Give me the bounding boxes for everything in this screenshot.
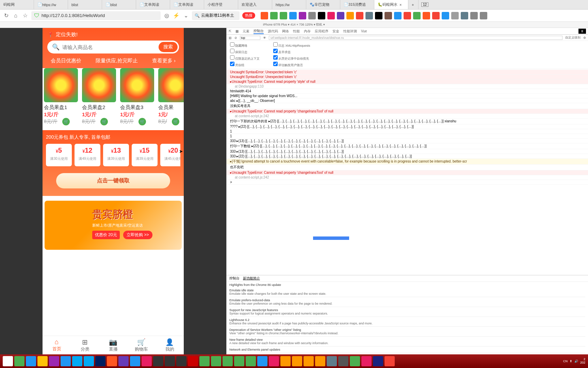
- dt-tab-sources[interactable]: 源代码: [268, 29, 278, 34]
- tab-4[interactable]: 📄 文单阅读: [136, 0, 170, 9]
- taskbar-app[interactable]: [257, 356, 267, 366]
- taskbar-app[interactable]: [373, 356, 383, 366]
- console-setting-check[interactable]: 及早求值: [273, 49, 310, 55]
- tab-3[interactable]: 📄 blist: [102, 0, 136, 9]
- ext-icon[interactable]: [461, 12, 468, 19]
- ext-icon[interactable]: [280, 12, 287, 19]
- ext-icon[interactable]: [261, 12, 268, 19]
- dt-tab-app[interactable]: 应用程序: [315, 29, 328, 34]
- browser-search[interactable]: 🔍云南新增11例本土: [192, 11, 240, 20]
- coupon-card[interactable]: 15 满39元使用: [132, 144, 158, 166]
- tab-home[interactable]: ⌂首页: [43, 336, 71, 354]
- add-cart-icon[interactable]: 🛒: [62, 118, 70, 125]
- console-output[interactable]: Uncaught SyntaxError: Unexpected token '…: [227, 69, 588, 275]
- taskbar-app[interactable]: [165, 356, 175, 366]
- whatsnew-item[interactable]: Support for new JavaScript featuresSynta…: [229, 307, 585, 317]
- ext-icon[interactable]: [318, 12, 325, 19]
- taskbar-app[interactable]: [315, 356, 325, 366]
- taskbar-app[interactable]: [234, 356, 244, 366]
- taskbar-app[interactable]: [26, 356, 36, 366]
- chevron-down-icon[interactable]: ⌄: [182, 12, 189, 19]
- ext-icon[interactable]: [432, 12, 440, 19]
- drawer-tab-console[interactable]: 控制台: [229, 276, 240, 281]
- tray-icon[interactable]: CN: [563, 359, 568, 363]
- product-list[interactable]: 会员果盘1 1元/斤 8元/斤 🛒 会员果盘2 1元/斤 8元/斤 🛒 会员果盘…: [43, 68, 184, 125]
- taskbar-app[interactable]: [338, 356, 348, 366]
- taskbar-app[interactable]: [118, 356, 129, 366]
- dt-tab-console[interactable]: 控制台: [254, 29, 264, 34]
- product-card[interactable]: 会员果盘1 1元/斤 8元/斤 🛒: [44, 68, 78, 125]
- console-log-line[interactable]: 333 ▸(13) [{…}, {…}, {…}, {…}, {…}, {…},…: [227, 149, 588, 154]
- console-log-line[interactable]: at content-script.js:242: [227, 175, 588, 180]
- console-log-line[interactable]: 没购买考道具: [227, 103, 588, 109]
- dt-tab-network[interactable]: 网络: [282, 29, 289, 34]
- dt-tab-perf[interactable]: 性能: [293, 29, 300, 34]
- whatsnew-item[interactable]: New frame detailed viewA new detailed vi…: [229, 337, 585, 347]
- dt-device-icon[interactable]: ▦: [235, 29, 239, 33]
- scope-select[interactable]: [240, 36, 260, 40]
- ext-icon[interactable]: [289, 12, 297, 19]
- console-log-line[interactable]: 1: [227, 134, 588, 139]
- product-search[interactable]: 🔍 搜索: [47, 41, 179, 53]
- tab-6[interactable]: 小程序登: [204, 0, 238, 9]
- new-tab-button[interactable]: +: [408, 0, 419, 9]
- product-card[interactable]: 会员果盘2 1元/斤 8元/斤 🛒: [82, 68, 116, 125]
- console-setting-check[interactable]: 隐藏网络: [230, 42, 260, 48]
- tab-10[interactable]: 📄 315消费追: [340, 0, 374, 9]
- tab-9[interactable]: 🐾 辛巴宠物: [306, 0, 340, 9]
- taskbar-app[interactable]: [61, 356, 71, 366]
- tab-0[interactable]: 码蝗网: [0, 0, 34, 9]
- taskbar-app[interactable]: [176, 356, 186, 366]
- floating-widget[interactable]: [313, 236, 349, 240]
- dt-tab-vue[interactable]: Vue: [361, 29, 367, 33]
- coupon-card[interactable]: 13 满39元使用: [103, 144, 129, 166]
- filter-url[interactable]: url:webpack-internal:///./node_modules/v…: [269, 36, 562, 40]
- product-card[interactable]: 会员果 1元/ 8元/ 🛒: [158, 68, 184, 125]
- dt-tab-security[interactable]: 安全: [332, 29, 339, 34]
- console-log-line[interactable]: ???? ▸(22) [{…}, {…}, {…}, {…}, {…}, {…}…: [227, 124, 588, 129]
- add-cart-icon[interactable]: 🛒: [138, 118, 146, 125]
- coupon-card[interactable]: 5 满30元使用: [46, 144, 72, 166]
- tab-live[interactable]: 📷直播: [99, 336, 127, 354]
- gear-icon[interactable]: ⚙: [583, 36, 586, 40]
- taskbar-app[interactable]: [153, 356, 163, 366]
- view-more-link[interactable]: 查看更多 ›: [152, 58, 176, 64]
- dt-tab-lighthouse[interactable]: 性能评测: [343, 29, 357, 34]
- ext-icon[interactable]: [337, 12, 344, 19]
- tab-7[interactable]: 欢迎进入: [238, 0, 272, 9]
- ext-icon[interactable]: [480, 12, 487, 19]
- taskbar-app[interactable]: [292, 356, 302, 366]
- url-input[interactable]: 🛡 http://127.0.0.1:8081/HelloWorld: [31, 11, 161, 20]
- dt-tab-elements[interactable]: 元素: [243, 29, 249, 34]
- taskbar-app[interactable]: [49, 356, 59, 366]
- console-log-line[interactable]: htmlwidth 414: [227, 89, 588, 94]
- ext-icon[interactable]: [299, 12, 306, 19]
- console-log-line[interactable]: 1: [227, 129, 588, 134]
- tab-8[interactable]: https://w: [272, 0, 306, 9]
- log-level-select[interactable]: 自定义级别: [565, 35, 581, 40]
- tab-profile[interactable]: 👤我的: [156, 336, 184, 354]
- console-log-line[interactable]: abc ▸[{…}, __ob__: Observer]: [227, 98, 588, 103]
- record-icon[interactable]: ⏸: [578, 29, 586, 34]
- whatsnew-item[interactable]: Emulate idle stateEmulate idle state cha…: [229, 287, 585, 297]
- console-log-line[interactable]: at content-script.js:242: [227, 114, 588, 119]
- taskbar-app[interactable]: [211, 356, 221, 366]
- taskbar-app[interactable]: [350, 356, 360, 366]
- console-log-line[interactable]: >: [227, 180, 588, 185]
- tab-11[interactable]: 🐛 码蝗网水 ×: [374, 0, 408, 9]
- tab-cart[interactable]: 🛒购物车: [127, 336, 156, 354]
- console-log-line[interactable]: 333 ▸(13) [{…}, {…}, {…}, {…}, {…}, {…},…: [227, 139, 588, 143]
- coupon-card[interactable]: 12 满49元使用: [75, 144, 100, 166]
- ext-icon[interactable]: [308, 12, 316, 19]
- taskbar-app[interactable]: [107, 356, 117, 366]
- taskbar-app[interactable]: [188, 356, 198, 366]
- tab-2[interactable]: blist: [68, 0, 102, 9]
- console-log-line[interactable]: Uncaught SyntaxError: Unexpected token '…: [227, 70, 588, 75]
- search-button[interactable]: 搜索: [159, 42, 178, 52]
- whatsnew-item[interactable]: Network and Elements panel updates: [229, 347, 585, 353]
- sidebar-toggle-icon[interactable]: ▥: [229, 36, 232, 40]
- console-log-line[interactable]: Uncaught SyntaxError: Unexpected token '…: [227, 75, 588, 79]
- console-log-line[interactable]: 打印一下数组 ▸(22) [{…}, {…}, {…}, {…}, {…}, {…: [227, 143, 588, 149]
- taskbar-app[interactable]: [84, 356, 94, 366]
- claim-coupons-button[interactable]: 点击一键领取: [56, 173, 170, 188]
